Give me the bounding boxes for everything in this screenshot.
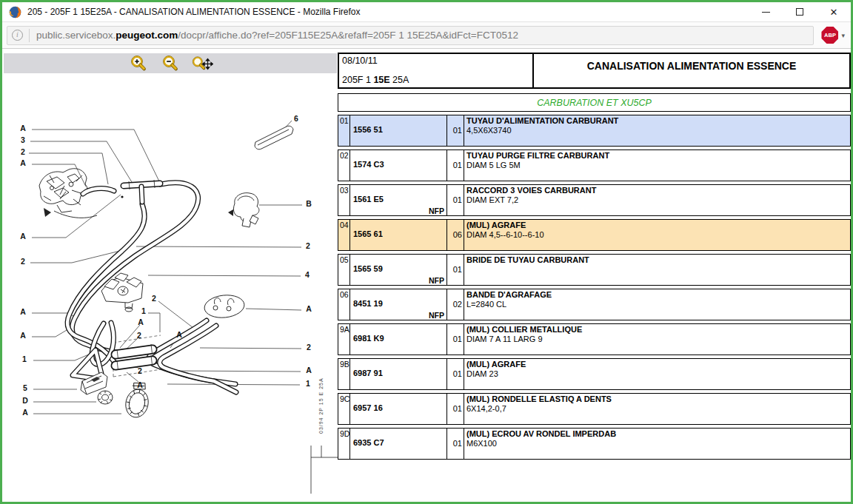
- close-button[interactable]: ✕: [817, 2, 851, 21]
- part-number: 1561 E5: [353, 195, 384, 204]
- svg-text:2: 2: [307, 343, 311, 352]
- parts-rows: 01 1556 51 01 TUYAU D'ALIMENTATION CARBU…: [338, 115, 851, 463]
- document-reference: 205F 1 15E 25A: [342, 75, 528, 85]
- maximize-button[interactable]: [783, 2, 817, 21]
- part-number: 1565 61: [353, 229, 383, 238]
- engine-variant-banner: CARBURATION ET XU5CP: [338, 93, 851, 112]
- table-row[interactable]: 05 1565 59 NFP 01 BRIDE DE TUYAU CARBURA…: [338, 254, 851, 286]
- row-position: 06: [338, 289, 350, 320]
- table-row[interactable]: 9A 6981 K9 01 (MUL) COLLIER METALLIQUE D…: [338, 323, 851, 355]
- part-spec: DIAM EXT 7,2: [466, 195, 850, 205]
- row-quantity: 01: [447, 150, 464, 181]
- row-position: 01: [338, 115, 350, 146]
- adblock-caret-icon[interactable]: ▾: [841, 32, 845, 39]
- table-row[interactable]: 9B 6987 91 01 (MUL) AGRAFE DIAM 23: [338, 358, 851, 390]
- row-position: 03: [338, 185, 350, 215]
- row-part-cell: 1565 61: [350, 220, 447, 250]
- diagram-panel: 03/94 2P 15 E 25A A32AA2AA15DA6B24A2A121…: [2, 49, 338, 502]
- table-row[interactable]: 03 1561 E5 NFP 01 RACCORD 3 VOIES CARBUR…: [338, 184, 851, 216]
- row-part-cell: 6957 16: [350, 394, 447, 424]
- row-part-cell: 6935 C7: [350, 429, 447, 459]
- svg-text:1: 1: [306, 379, 310, 388]
- row-position: 9B: [338, 359, 350, 389]
- svg-text:A: A: [20, 158, 26, 167]
- part-spec: DIAM 7 A 11 LARG 9: [466, 335, 850, 344]
- row-part-cell: 1565 59 NFP: [350, 255, 447, 285]
- part-number: 6935 C7: [353, 438, 384, 447]
- row-description-cell: (MUL) AGRAFE DIAM 4,5--6-10--6-10: [464, 220, 850, 250]
- row-quantity: 01: [447, 394, 464, 424]
- row-quantity: 01: [447, 255, 464, 285]
- svg-text:A: A: [137, 380, 143, 389]
- scan-frame-marks: [311, 446, 338, 494]
- part-b-clip: [228, 193, 259, 227]
- table-row[interactable]: 04 1565 61 06 (MUL) AGRAFE DIAM 4,5--6-1…: [338, 219, 851, 251]
- row-quantity: 01: [447, 324, 464, 355]
- row-description-cell: (MUL) AGRAFE DIAM 23: [464, 359, 850, 389]
- row-part-cell: 6981 K9: [350, 324, 447, 355]
- row-position: 05: [338, 255, 350, 285]
- adblock-icon[interactable]: ABP: [821, 27, 838, 44]
- part-spec: DIAM 5 LG 5M: [466, 161, 850, 170]
- table-row[interactable]: 02 1574 C3 01 TUYAU PURGE FILTRE CARBURA…: [338, 149, 851, 181]
- minimize-button[interactable]: [749, 2, 783, 21]
- url-field[interactable]: i public.servicebox.peugeot.com/docpr/af…: [7, 26, 814, 45]
- row-description-cell: (MUL) COLLIER METALLIQUE DIAM 7 A 11 LAR…: [464, 324, 850, 355]
- row-description-cell: TUYAU PURGE FILTRE CARBURANT DIAM 5 LG 5…: [464, 150, 850, 181]
- svg-text:A: A: [20, 232, 26, 241]
- part-name: (MUL) COLLIER METALLIQUE: [466, 325, 850, 335]
- row-quantity: 01: [447, 185, 464, 215]
- part-number: 1565 59: [353, 264, 383, 273]
- part-name: RACCORD 3 VOIES CARBURANT: [466, 186, 850, 195]
- svg-text:A: A: [20, 307, 26, 316]
- row-quantity: 01: [447, 359, 464, 389]
- row-description-cell: (MUL) ECROU AV RONDEL IMPERDAB M6X100: [464, 429, 850, 459]
- row-description-cell: TUYAU D'ALIMENTATION CARBURANT 4,5X6X374…: [464, 115, 850, 146]
- svg-text:A: A: [20, 331, 26, 340]
- zoom-out-button[interactable]: [159, 55, 181, 73]
- header-reference-cell: 08/10/11 205F 1 15E 25A: [339, 54, 534, 87]
- parts-table-panel: 08/10/11 205F 1 15E 25A CANALISATION ALI…: [338, 49, 851, 502]
- svg-text:D: D: [22, 396, 28, 405]
- info-icon[interactable]: i: [12, 30, 23, 41]
- svg-text:A: A: [22, 408, 28, 417]
- zoom-pan-button[interactable]: [191, 55, 213, 73]
- table-row[interactable]: 06 8451 19 NFP 02 BANDE D'AGRAFAGE L=284…: [338, 289, 851, 320]
- diagram-toolbar: [4, 53, 337, 73]
- svg-text:A: A: [176, 330, 182, 339]
- svg-text:1: 1: [22, 355, 27, 363]
- row-position: 02: [338, 150, 350, 181]
- part-name: (MUL) AGRAFE: [466, 221, 850, 230]
- svg-text:4: 4: [305, 270, 310, 279]
- part-spec: M6X100: [466, 439, 850, 448]
- browser-window: 205 - 205F 1 15E25A - CANALISATION ALIME…: [0, 0, 853, 504]
- window-title: 205 - 205F 1 15E25A - CANALISATION ALIME…: [27, 7, 360, 17]
- url-separator: [29, 29, 30, 42]
- row-description-cell: BANDE D'AGRAFAGE L=2840 CL: [464, 289, 850, 320]
- row-position: 9D: [338, 429, 350, 459]
- nfp-flag: NFP: [429, 206, 444, 215]
- row-quantity: 06: [447, 220, 464, 250]
- page-title: CANALISATION ALIMENTATION ESSENCE: [534, 54, 849, 87]
- row-part-cell: 1556 51: [350, 115, 447, 146]
- title-bar: 205 - 205F 1 15E25A - CANALISATION ALIME…: [2, 2, 851, 22]
- part-name: (MUL) ECROU AV RONDEL IMPERDAB: [466, 429, 850, 439]
- row-quantity: 01: [447, 429, 464, 459]
- table-row[interactable]: 01 1556 51 01 TUYAU D'ALIMENTATION CARBU…: [338, 115, 851, 147]
- zoom-in-button[interactable]: [127, 55, 150, 73]
- part-spec: 6X14,2-0,7: [466, 404, 850, 414]
- row-description-cell: RACCORD 3 VOIES CARBURANT DIAM EXT 7,2: [464, 185, 850, 215]
- row-description-cell: BRIDE DE TUYAU CARBURANT: [464, 255, 850, 285]
- parts-diagram[interactable]: 03/94 2P 15 E 25A A32AA2AA15DA6B24A2A121…: [2, 73, 338, 502]
- part-number: 6981 K9: [353, 334, 384, 343]
- svg-text:6: 6: [294, 114, 298, 123]
- tank-sender-sketch: [204, 293, 246, 319]
- table-row[interactable]: 9D 6935 C7 01 (MUL) ECROU AV RONDEL IMPE…: [338, 428, 851, 460]
- table-row[interactable]: 9C 6957 16 01 (MUL) RONDELLE ELASTIQ A D…: [338, 393, 851, 425]
- part-number: 8451 19: [353, 299, 383, 308]
- url-text: public.servicebox.peugeot.com/docpr/affi…: [36, 30, 518, 41]
- svg-text:B: B: [306, 199, 312, 208]
- part-number: 6987 91: [353, 369, 383, 377]
- row-position: 04: [338, 220, 350, 250]
- part-6-strip: [255, 126, 293, 149]
